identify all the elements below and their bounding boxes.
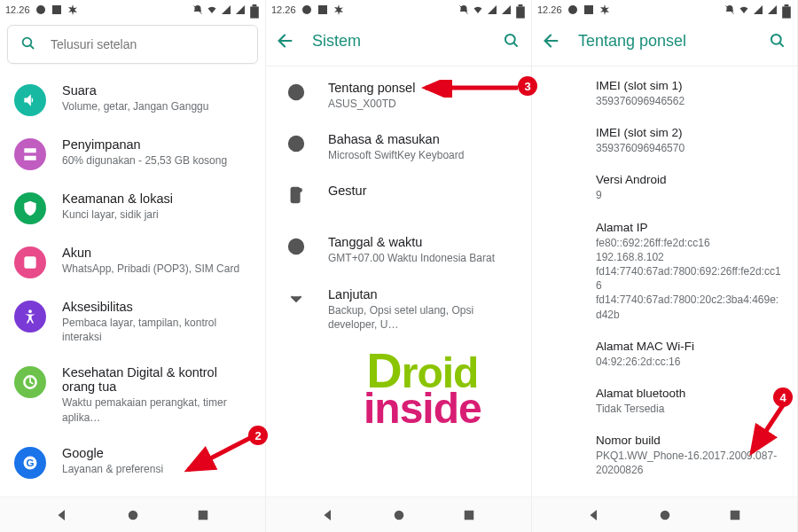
wifi-icon [739,4,749,15]
detail-imei1[interactable]: IMEI (slot sim 1)359376096946562 [532,70,797,117]
search-icon [20,35,36,54]
annotation-badge-3: 3 [518,76,537,96]
nav-back[interactable] [54,507,70,523]
row-storage[interactable]: Penyimpanan60% digunakan - 25,53 GB koso… [0,127,265,181]
settings-main-screen: 12.26 Telusuri setelan SuaraVolume, geta… [0,0,266,532]
status-star-icon [333,4,344,15]
nav-recent[interactable] [461,507,477,523]
about-list: IMEI (slot sim 1)359376096946562 IMEI (s… [532,70,797,497]
clock-icon [286,236,307,257]
settings-search[interactable]: Telusuri setelan [7,25,258,64]
nav-bar [532,497,797,532]
svg-text:G: G [26,457,34,468]
svg-line-23 [514,43,518,47]
row-wellbeing[interactable]: Kesehatan Digital & kontrol orang tuaWak… [0,355,265,434]
annotation-badge-4: 4 [773,387,793,407]
svg-point-29 [299,189,301,192]
svg-point-33 [568,5,577,14]
svg-point-31 [394,510,403,520]
row-language[interactable]: Bahasa & masukanMicrosoft SwiftKey Keybo… [266,121,531,173]
nav-bar [0,497,265,532]
svg-rect-36 [782,6,791,18]
settings-list: SuaraVolume, getar, Jangan Ganggu Penyim… [0,73,265,497]
row-sound[interactable]: SuaraVolume, getar, Jangan Ganggu [0,73,265,127]
signal-2-icon [501,4,512,15]
status-dot-icon [35,4,46,15]
status-star-icon [599,4,610,15]
search-button[interactable] [767,30,788,51]
app-bar: Sistem [266,20,531,62]
status-star-icon [67,4,78,15]
status-bar: 12.26 [532,0,797,20]
detail-imei2[interactable]: IMEI (slot sim 2)359376096946570 [532,117,797,164]
wifi-icon [473,4,483,15]
nav-home[interactable] [125,507,141,523]
row-about-phone[interactable]: Tentang ponselASUS_X00TD [266,70,531,121]
detail-android-version[interactable]: Versi Android9 [532,164,797,211]
svg-rect-18 [318,5,327,14]
search-placeholder: Telusuri setelan [51,37,137,51]
status-dot-icon [301,4,312,15]
info-icon [286,82,307,103]
svg-rect-7 [24,256,35,268]
status-bar: 12.26 [266,0,531,20]
signal-1-icon [221,4,231,15]
nav-home[interactable] [657,507,673,523]
svg-rect-1 [52,5,61,14]
signal-1-icon [753,4,763,15]
svg-rect-20 [516,6,525,18]
mute-icon [724,4,735,15]
mute-icon [192,4,203,15]
status-bar: 12.26 [0,0,265,20]
storage-icon [14,138,46,170]
wellbeing-icon [14,366,46,398]
battery-icon [781,4,792,15]
detail-ip[interactable]: Alamat IPfe80::692:26ff:fe2d:cc16 192.16… [532,212,797,331]
status-time: 12.26 [537,4,562,15]
detail-build[interactable]: Nomor buildPKQ1.WW_Phone-16.2017.2009.08… [532,425,797,486]
svg-rect-32 [465,510,474,520]
row-system[interactable]: SistemBahasa, waktu, backup, update [0,489,265,497]
system-list: Tentang ponselASUS_X00TD Bahasa & masuka… [266,70,531,497]
nav-home[interactable] [391,507,407,523]
signal-1-icon [487,4,497,15]
status-square-icon [583,4,594,15]
search-button[interactable] [501,30,522,51]
svg-point-17 [302,5,311,14]
status-dot-icon [567,4,578,15]
nav-recent[interactable] [195,507,211,523]
svg-rect-21 [519,4,523,6]
screen-title: Tentang ponsel [578,32,686,51]
nav-back[interactable] [586,507,602,523]
about-phone-screen: 12.26 Tentang ponsel IMEI (slot sim 1)35… [532,0,798,532]
status-square-icon [317,4,328,15]
shield-icon [14,192,46,224]
row-advanced[interactable]: LanjutanBackup, Opsi setel ulang, Opsi d… [266,277,531,342]
svg-rect-4 [253,4,257,6]
nav-recent[interactable] [727,507,743,523]
nav-back[interactable] [320,507,336,523]
svg-point-38 [771,35,781,44]
row-google[interactable]: G GoogleLayanan & preferensi [0,435,265,489]
svg-rect-41 [731,510,740,520]
signal-2-icon [235,4,246,15]
svg-line-39 [780,43,784,47]
sound-icon [14,84,46,116]
row-security[interactable]: Keamanan & lokasiKunci layar, sidik jari [0,181,265,235]
battery-icon [515,4,526,15]
account-icon [14,246,46,278]
back-button[interactable] [275,30,296,51]
svg-rect-37 [785,4,789,6]
detail-mac[interactable]: Alamat MAC Wi-Fi04:92:26:2d:cc:16 [532,331,797,378]
detail-bluetooth[interactable]: Alamat bluetoothTidak Tersedia [532,378,797,425]
row-accessibility[interactable]: AksesibilitasPembaca layar, tampilan, ko… [0,289,265,355]
gesture-icon [286,184,307,206]
svg-point-40 [660,510,669,520]
svg-point-8 [28,309,32,313]
svg-point-26 [295,88,297,90]
nav-bar [266,497,531,532]
row-datetime[interactable]: Tanggal & waktuGMT+07.00 Waktu Indonesia… [266,224,531,276]
back-button[interactable] [541,30,562,51]
row-accounts[interactable]: AkunWhatsApp, Pribadi (POP3), SIM Card [0,235,265,289]
row-gesture[interactable]: Gestur [266,173,531,224]
